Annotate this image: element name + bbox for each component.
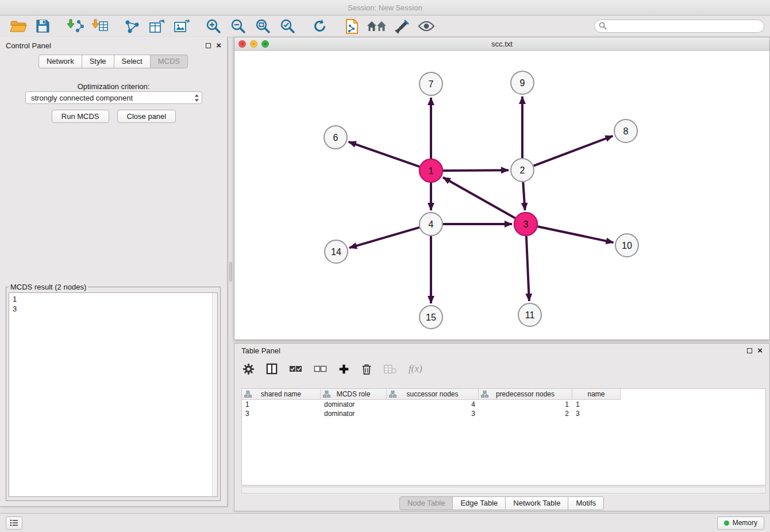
column-label: predecessor nodes — [496, 390, 555, 398]
import-network-button[interactable] — [63, 17, 87, 36]
graph-edge-2-8[interactable] — [534, 136, 613, 166]
graph-node-3[interactable]: 3 — [514, 213, 537, 236]
memory-button[interactable]: Memory — [717, 516, 764, 530]
import-table-button[interactable] — [87, 17, 112, 36]
graph-edge-3-1[interactable] — [443, 178, 515, 218]
search-input[interactable] — [594, 20, 764, 33]
export-image-button[interactable] — [169, 17, 194, 36]
table-row[interactable]: 3 dominator 3 2 3 — [242, 409, 765, 418]
column-header-shared-name[interactable]: shared name — [242, 389, 321, 400]
export-network-button[interactable] — [120, 17, 144, 36]
graph-edge-3-10[interactable] — [538, 226, 614, 242]
optimization-criterion-select[interactable]: strongly connected component — [25, 91, 202, 104]
graph-node-6[interactable]: 6 — [324, 126, 347, 149]
float-icon — [206, 43, 211, 48]
search-box — [594, 20, 764, 33]
result-list-scrollbar[interactable] — [212, 293, 217, 496]
cell-name[interactable]: 3 — [572, 410, 621, 418]
import-table-icon — [91, 18, 109, 34]
tab-edge-table[interactable]: Edge Table — [452, 496, 506, 510]
graph-edge-1-6[interactable] — [349, 142, 420, 167]
tab-network-table[interactable]: Network Table — [505, 496, 568, 510]
graph-edge-3-11[interactable] — [526, 236, 529, 301]
network-canvas[interactable]: 7968124310141511 — [234, 51, 769, 340]
graph-node-9[interactable]: 9 — [511, 71, 534, 94]
cell-shared-name[interactable]: 3 — [242, 410, 321, 418]
graph-node-14[interactable]: 14 — [325, 240, 348, 263]
graph-edge-1-2[interactable] — [443, 170, 509, 171]
function-builder-button[interactable]: f(x) — [409, 363, 422, 375]
cell-successor-nodes[interactable]: 3 — [387, 410, 479, 418]
zoom-in-button[interactable] — [201, 17, 226, 36]
graph-node-7[interactable]: 7 — [419, 72, 442, 95]
tab-node-table[interactable]: Node Table — [399, 496, 453, 510]
graph-edge-2-3[interactable] — [523, 182, 525, 210]
close-panel-button[interactable]: Close panel — [117, 110, 176, 123]
zoom-selected-button[interactable] — [275, 17, 300, 36]
show-graphics-button[interactable] — [414, 17, 438, 36]
table-settings-button[interactable] — [242, 363, 255, 375]
table-panel-float-button[interactable] — [747, 346, 752, 355]
column-header-successor-nodes[interactable]: successor nodes — [387, 389, 479, 400]
control-panel-close-button[interactable]: × — [216, 43, 221, 48]
cell-shared-name[interactable]: 1 — [242, 400, 321, 408]
cell-predecessor-nodes[interactable]: 1 — [479, 400, 572, 408]
control-panel-float-button[interactable] — [206, 41, 211, 50]
network-file-button[interactable] — [340, 17, 364, 36]
graph-edge-4-14[interactable] — [349, 228, 419, 248]
cell-predecessor-nodes[interactable]: 2 — [479, 410, 572, 418]
splitter-handle[interactable] — [229, 262, 232, 282]
cell-name[interactable]: 1 — [572, 400, 621, 408]
column-label: shared name — [261, 390, 301, 398]
save-session-button[interactable] — [30, 17, 55, 36]
refresh-button[interactable] — [307, 17, 332, 36]
titlebar[interactable]: Session: New Session — [0, 0, 770, 16]
zoom-fit-icon — [255, 18, 271, 34]
table-horizontal-scrollbar[interactable] — [241, 487, 766, 494]
graph-node-11[interactable]: 11 — [518, 303, 541, 326]
deselect-all-button[interactable] — [314, 365, 327, 373]
run-mcds-button[interactable]: Run MCDS — [52, 110, 109, 123]
column-header-mcds-role[interactable]: MCDS role — [321, 389, 387, 400]
select-all-button[interactable] — [289, 365, 302, 373]
zoom-fit-button[interactable] — [251, 17, 275, 36]
graph-node-2[interactable]: 2 — [511, 159, 534, 182]
network-close-button[interactable]: × — [238, 40, 246, 48]
tab-network[interactable]: Network — [38, 55, 82, 68]
table-row[interactable]: 1 dominator 4 1 1 — [242, 400, 765, 409]
task-history-button[interactable] — [6, 516, 22, 530]
vertical-splitter[interactable] — [228, 37, 234, 507]
graph-node-1[interactable]: 1 — [419, 159, 442, 182]
home-view-button[interactable] — [364, 17, 389, 36]
add-column-button[interactable] — [338, 364, 349, 375]
cell-successor-nodes[interactable]: 4 — [387, 400, 479, 408]
open-session-button[interactable] — [6, 17, 30, 36]
table-panel-close-button[interactable]: × — [757, 348, 763, 353]
column-header-name[interactable]: name — [572, 389, 621, 400]
network-minimize-button[interactable]: − — [250, 40, 257, 48]
cell-mcds-role[interactable]: dominator — [321, 410, 387, 418]
network-zoom-button[interactable]: + — [261, 40, 269, 48]
cell-mcds-role[interactable]: dominator — [321, 400, 387, 408]
graph-node-15[interactable]: 15 — [419, 306, 442, 329]
mcds-result-item[interactable]: 1 — [13, 294, 217, 304]
graph-node-label: 9 — [520, 78, 525, 88]
export-table-button[interactable] — [144, 17, 169, 36]
network-window-titlebar[interactable]: × − + scc.txt — [234, 37, 769, 51]
tab-select[interactable]: Select — [114, 55, 151, 68]
trash-icon — [361, 363, 372, 375]
column-header-predecessor-nodes[interactable]: predecessor nodes — [479, 389, 572, 400]
graph-node-4[interactable]: 4 — [419, 213, 442, 236]
tab-mcds[interactable]: MCDS — [150, 55, 188, 68]
graph-node-8[interactable]: 8 — [614, 119, 637, 142]
zoom-out-button[interactable] — [226, 17, 251, 36]
tab-style[interactable]: Style — [82, 55, 114, 68]
apply-style-button[interactable] — [389, 17, 414, 36]
mcds-result-item[interactable]: 3 — [13, 304, 217, 314]
show-columns-button[interactable] — [266, 363, 278, 375]
mcds-result-list[interactable]: 1 3 — [9, 292, 218, 497]
delete-table-button[interactable] — [384, 364, 397, 374]
graph-node-10[interactable]: 10 — [615, 234, 638, 257]
tab-motifs[interactable]: Motifs — [568, 496, 604, 510]
delete-column-button[interactable] — [361, 363, 372, 375]
